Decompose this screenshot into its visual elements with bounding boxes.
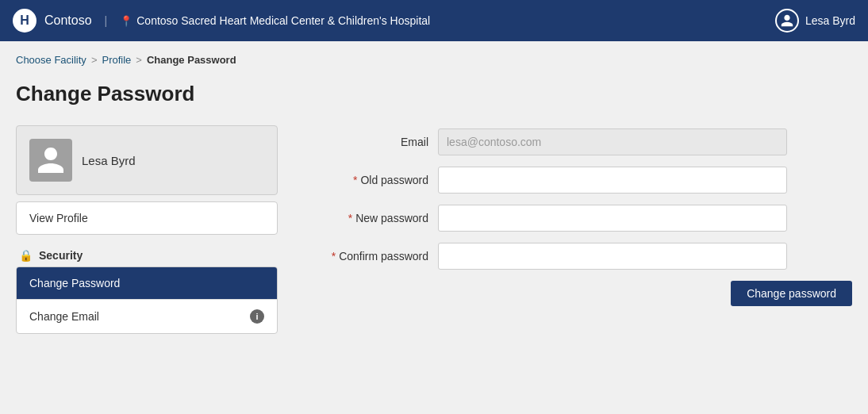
old-password-label: *Old password — [301, 174, 428, 186]
required-marker-1: * — [353, 174, 357, 186]
confirm-password-input[interactable] — [438, 243, 787, 270]
app-header: H Contoso | 📍 Contoso Sacred Heart Medic… — [0, 0, 868, 41]
new-password-input[interactable] — [438, 205, 787, 232]
breadcrumb-current: Change Password — [147, 54, 236, 66]
sidebar-submenu: Change Password Change Email i — [16, 266, 278, 334]
breadcrumb: Choose Facility > Profile > Change Passw… — [16, 54, 852, 66]
email-label: Email — [301, 136, 428, 148]
form-row-old-password: *Old password — [301, 167, 852, 194]
breadcrumb-profile[interactable]: Profile — [102, 54, 131, 66]
security-label: Security — [39, 249, 83, 262]
change-password-button[interactable]: Change password — [731, 281, 852, 306]
sidebar-menu: View Profile — [16, 201, 278, 235]
header-user-name: Lesa Byrd — [805, 14, 855, 27]
breadcrumb-sep-2: > — [136, 54, 142, 66]
breadcrumb-choose-facility[interactable]: Choose Facility — [16, 54, 86, 66]
required-marker-2: * — [348, 212, 352, 224]
sidebar-item-change-password[interactable]: Change Password — [17, 267, 277, 300]
header-left: H Contoso | 📍 Contoso Sacred Heart Medic… — [13, 9, 430, 33]
new-password-label: *New password — [301, 212, 428, 224]
content-layout: Lesa Byrd View Profile 🔒 Security Change… — [16, 125, 852, 334]
avatar — [29, 139, 72, 182]
app-logo: H — [13, 9, 36, 33]
facility-name: 📍 Contoso Sacred Heart Medical Center & … — [120, 14, 430, 27]
email-field — [438, 128, 787, 155]
lock-icon: 🔒 — [19, 249, 33, 262]
confirm-password-label: *Confirm password — [301, 250, 428, 263]
form-row-new-password: *New password — [301, 205, 852, 232]
sidebar-item-change-email[interactable]: Change Email i — [17, 300, 277, 333]
user-card: Lesa Byrd — [16, 125, 278, 195]
sidebar-user-name: Lesa Byrd — [82, 154, 136, 167]
sidebar: Lesa Byrd View Profile 🔒 Security Change… — [16, 125, 278, 334]
form-row-email: Email — [301, 128, 852, 155]
info-icon: i — [250, 309, 264, 324]
brand-name: Contoso — [44, 13, 92, 28]
form-area: Email *Old password *New password — [301, 125, 852, 306]
sidebar-item-view-profile[interactable]: View Profile — [17, 202, 277, 234]
form-row-confirm-password: *Confirm password — [301, 243, 852, 270]
old-password-input[interactable] — [438, 167, 787, 194]
location-pin-icon: 📍 — [120, 15, 133, 27]
required-marker-3: * — [332, 250, 336, 263]
header-right: Lesa Byrd — [775, 9, 855, 33]
breadcrumb-sep-1: > — [91, 54, 98, 66]
header-divider: | — [105, 14, 108, 27]
sidebar-security-header: 🔒 Security — [16, 241, 278, 266]
main-container: Choose Facility > Profile > Change Passw… — [0, 41, 868, 414]
page-title: Change Password — [16, 82, 852, 106]
user-avatar-icon[interactable] — [775, 9, 799, 33]
form-actions: Change password — [301, 281, 852, 306]
